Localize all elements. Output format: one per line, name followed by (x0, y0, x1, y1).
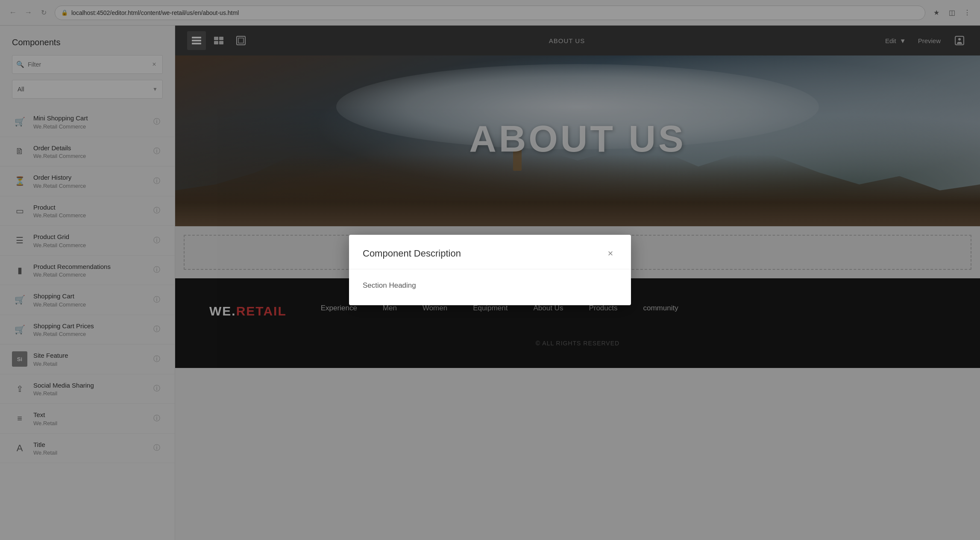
modal-close-button[interactable]: × (604, 247, 617, 260)
modal-section-heading: Section Heading (363, 281, 617, 290)
modal-title: Component Description (363, 248, 461, 259)
modal-overlay[interactable]: Component Description × Section Heading (0, 0, 980, 540)
modal-header: Component Description × (349, 235, 631, 269)
modal: Component Description × Section Heading (349, 235, 631, 305)
modal-body: Section Heading (349, 269, 631, 305)
